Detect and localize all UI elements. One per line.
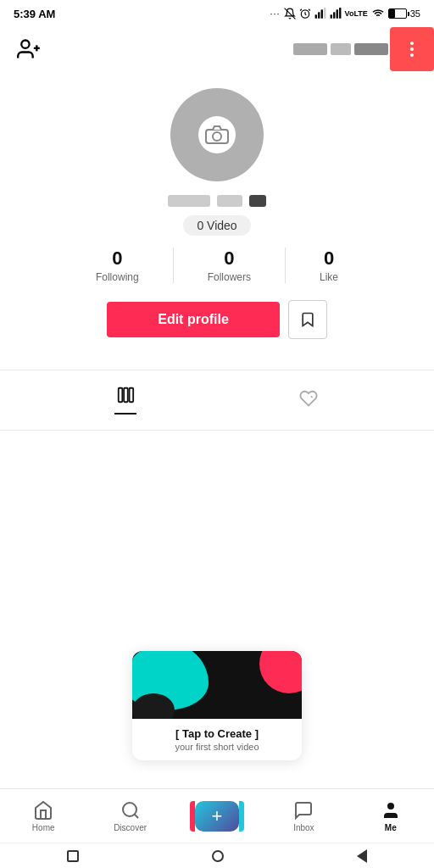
svg-line-0 [284,8,295,19]
following-label: Following [96,271,139,283]
signal-icon: ··· [270,8,280,19]
following-stat[interactable]: 0 Following [62,248,174,283]
profile-section: 0 Video 0 Following 0 Followers 0 Like E… [0,71,434,370]
wifi-icon [371,8,385,19]
create-button[interactable]: + [195,801,239,832]
create-card-art [132,651,302,719]
add-user-button[interactable] [14,34,44,64]
alarm-icon [299,8,311,19]
likes-count: 0 [324,248,334,270]
svg-point-11 [21,41,29,48]
more-options-button[interactable] [390,27,434,71]
svg-rect-5 [324,8,326,19]
nav-me[interactable]: Me [365,800,416,832]
tab-grid[interactable] [111,382,140,418]
svg-rect-3 [318,12,320,19]
inbox-icon [293,800,314,821]
svg-rect-8 [336,9,337,18]
svg-rect-18 [130,388,134,403]
svg-line-20 [134,814,137,817]
svg-rect-2 [314,14,316,19]
create-card[interactable]: [ Tap to Create ] your first short video [132,651,302,760]
svg-rect-16 [119,388,123,403]
create-card-wrapper: [ Tap to Create ] your first short video [0,651,434,760]
nav-inbox[interactable]: Inbox [278,800,329,832]
video-count-badge: 0 Video [183,215,250,236]
android-nav [0,843,434,868]
svg-rect-9 [339,8,341,19]
blob-pink [259,651,302,693]
inbox-label: Inbox [293,823,314,832]
plus-icon: + [212,805,223,827]
lte-label: VoLTE [345,9,368,18]
followers-label: Followers [208,271,251,283]
android-back-button[interactable] [357,849,367,863]
nav-create[interactable]: + [192,801,242,832]
svg-rect-4 [320,9,322,18]
content-tabs [0,370,434,431]
status-icons: ··· VoLTE 35 [270,8,420,19]
svg-point-21 [387,803,394,810]
top-nav: ▼ [0,27,434,71]
bookmark-button[interactable] [288,300,327,339]
stats-row: 0 Following 0 Followers 0 Like [14,248,420,283]
followers-count: 0 [224,248,234,270]
svg-rect-17 [124,388,128,403]
action-row: Edit profile [14,300,420,339]
home-label: Home [32,823,55,832]
me-label: Me [385,823,397,832]
likes-stat[interactable]: 0 Like [286,248,372,283]
nav-home[interactable]: Home [18,800,69,832]
discover-icon [120,800,141,821]
nav-discover[interactable]: Discover [105,800,156,832]
camera-icon [198,116,236,153]
avatar [170,88,264,181]
mute-icon [284,8,296,19]
signal-bars-icon [314,8,326,19]
android-home-button[interactable] [212,850,224,862]
video-grid [0,431,434,617]
tab-liked[interactable] [294,386,323,415]
svg-point-19 [123,803,136,816]
android-recents-button[interactable] [67,850,79,862]
svg-rect-7 [333,12,335,19]
following-count: 0 [112,248,122,270]
profile-icon [381,800,401,821]
svg-point-15 [213,132,221,141]
battery-percent: 35 [410,8,420,19]
status-bar: 5:39 AM ··· VoLTE 35 [0,0,434,27]
svg-rect-6 [330,14,331,19]
home-icon [33,800,53,821]
vertical-dots-icon [410,42,414,57]
signal-bars2-icon [330,8,342,19]
status-time: 5:39 AM [14,8,55,20]
edit-profile-button[interactable]: Edit profile [107,302,280,337]
likes-label: Like [320,271,338,283]
display-name [168,195,266,207]
battery-icon [388,8,407,19]
bottom-nav: Home Discover + Inbox Me [0,788,434,843]
discover-label: Discover [114,823,147,832]
create-tap-label: [ Tap to Create ] [142,727,292,740]
create-card-text: [ Tap to Create ] your first short video [132,719,302,760]
followers-stat[interactable]: 0 Followers [174,248,286,283]
create-sub-label: your first short video [142,742,292,752]
